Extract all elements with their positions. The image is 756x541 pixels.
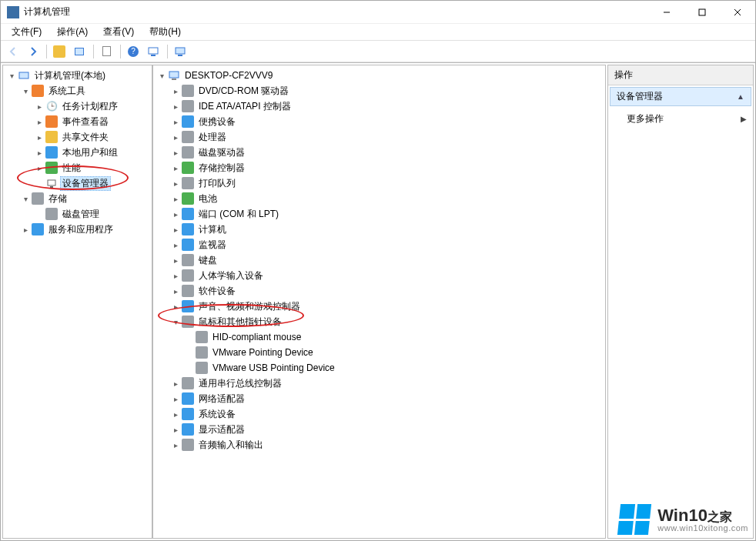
chevron-down-icon[interactable]: ▾ xyxy=(170,318,181,326)
chevron-right-icon[interactable]: ▸ xyxy=(170,426,181,434)
actions-section[interactable]: 设备管理器 ▲ xyxy=(610,87,751,106)
back-button[interactable] xyxy=(4,43,22,60)
svg-rect-1 xyxy=(699,9,705,15)
tree-services-apps[interactable]: ▸服务和应用程序 xyxy=(20,222,152,237)
tree-system-tools[interactable]: ▾ 系统工具 xyxy=(20,83,152,99)
battery-icon xyxy=(182,192,194,205)
tree-event-viewer[interactable]: ▸事件查看器 xyxy=(34,114,152,129)
chevron-right-icon[interactable]: ▸ xyxy=(170,164,181,172)
dev-computers[interactable]: ▸计算机 xyxy=(170,222,605,237)
menu-view[interactable]: 查看(V) xyxy=(97,24,140,40)
chevron-right-icon[interactable]: ▸ xyxy=(170,179,181,188)
chevron-down-icon[interactable]: ▾ xyxy=(20,195,31,203)
chevron-down-icon[interactable]: ▾ xyxy=(6,72,17,80)
chevron-down-icon[interactable]: ▾ xyxy=(156,72,167,80)
chevron-right-icon[interactable]: ▸ xyxy=(170,118,181,126)
chevron-right-icon[interactable]: ▸ xyxy=(34,133,45,142)
chevron-right-icon[interactable]: ▸ xyxy=(170,287,181,296)
chevron-right-icon[interactable]: ▸ xyxy=(170,195,181,203)
dev-keyboards[interactable]: ▸键盘 xyxy=(170,252,605,268)
dev-usb-ctrl[interactable]: ▸通用串行总线控制器 xyxy=(170,376,605,391)
dev-network[interactable]: ▸网络适配器 xyxy=(170,391,605,406)
chevron-right-icon[interactable]: ▸ xyxy=(170,210,181,219)
chevron-right-icon[interactable]: ▸ xyxy=(170,133,181,142)
windows-logo-icon xyxy=(617,504,651,535)
dev-dvd[interactable]: ▸DVD/CD-ROM 驱动器 xyxy=(170,83,605,99)
chevron-right-icon[interactable]: ▸ xyxy=(170,441,181,449)
system-dev-icon xyxy=(182,408,194,420)
dev-disk-drives[interactable]: ▸磁盘驱动器 xyxy=(170,145,605,160)
maximize-button[interactable] xyxy=(684,1,720,24)
minimize-button[interactable] xyxy=(649,1,684,24)
chevron-right-icon[interactable]: ▸ xyxy=(34,164,45,172)
toolbar-help-button[interactable]: ? xyxy=(125,43,143,60)
tree-storage[interactable]: ▾ 存储 xyxy=(20,191,152,206)
tree-performance[interactable]: ▸性能 xyxy=(34,160,152,175)
close-button[interactable] xyxy=(720,1,755,24)
toolbar-refresh-button[interactable] xyxy=(145,43,163,60)
chevron-right-icon[interactable]: ▸ xyxy=(170,225,181,234)
dev-ide[interactable]: ▸IDE ATA/ATAPI 控制器 xyxy=(170,99,605,114)
chevron-right-icon[interactable]: ▸ xyxy=(170,87,181,95)
more-actions[interactable]: 更多操作 ▶ xyxy=(608,108,753,130)
center-pane[interactable]: ▾DESKTOP-CF2VVV9 ▸DVD/CD-ROM 驱动器 ▸IDE AT… xyxy=(152,65,606,539)
dev-storage-ctrl[interactable]: ▸存储控制器 xyxy=(170,160,605,175)
dev-monitors[interactable]: ▸监视器 xyxy=(170,237,605,252)
chevron-right-icon[interactable]: ▸ xyxy=(170,410,181,419)
chevron-right-icon[interactable]: ▸ xyxy=(170,379,181,388)
tree-device-manager[interactable]: 设备管理器 xyxy=(34,175,152,191)
dev-ports[interactable]: ▸端口 (COM 和 LPT) xyxy=(170,206,605,222)
tree-shared-folders[interactable]: ▸共享文件夹 xyxy=(34,129,152,145)
properties-icon xyxy=(102,46,111,56)
dev-display[interactable]: ▸显示适配器 xyxy=(170,422,605,437)
dev-print-queues[interactable]: ▸打印队列 xyxy=(170,175,605,191)
toolbar-folder-button[interactable] xyxy=(51,43,69,60)
watermark-url: www.win10xitong.com xyxy=(657,524,748,533)
dev-software[interactable]: ▸软件设备 xyxy=(170,283,605,299)
dev-hid[interactable]: ▸人体学输入设备 xyxy=(170,268,605,283)
tree-disk-mgmt[interactable]: 磁盘管理 xyxy=(34,206,152,222)
chevron-right-icon[interactable]: ▸ xyxy=(170,395,181,403)
printer-icon xyxy=(182,177,194,189)
toolbar-properties-button[interactable] xyxy=(98,43,116,60)
dev-sound[interactable]: ▸声音、视频和游戏控制器 xyxy=(170,299,605,314)
menu-help[interactable]: 帮助(H) xyxy=(143,24,187,40)
dev-portable[interactable]: ▸便携设备 xyxy=(170,114,605,129)
toolbar-view-button[interactable] xyxy=(71,43,89,60)
chevron-right-icon[interactable]: ▸ xyxy=(34,118,45,126)
menu-file[interactable]: 文件(F) xyxy=(5,24,48,40)
chevron-right-icon[interactable]: ▸ xyxy=(170,149,181,157)
dev-root[interactable]: ▾DESKTOP-CF2VVV9 xyxy=(156,68,605,83)
tree-local-users[interactable]: ▸本地用户和组 xyxy=(34,145,152,160)
chevron-down-icon[interactable]: ▾ xyxy=(20,87,31,95)
titlebar: 计算机管理 xyxy=(1,1,755,24)
watermark-brand: Win10 xyxy=(657,506,707,525)
left-pane[interactable]: ▾ 计算机管理(本地) ▾ 系统工具 ▸🕒任务计划程序 xyxy=(2,65,152,539)
forward-button[interactable] xyxy=(24,43,42,60)
chevron-right-icon[interactable]: ▸ xyxy=(34,102,45,111)
shared-folder-icon xyxy=(45,131,58,143)
chevron-right-icon[interactable]: ▸ xyxy=(170,256,181,265)
chevron-right-icon[interactable]: ▸ xyxy=(170,102,181,111)
dev-vmware-ptr[interactable]: VMware Pointing Device xyxy=(184,345,605,360)
chevron-right-icon[interactable]: ▸ xyxy=(170,241,181,249)
dev-processors[interactable]: ▸处理器 xyxy=(170,129,605,145)
menu-action[interactable]: 操作(A) xyxy=(51,24,94,40)
chevron-right-icon[interactable]: ▸ xyxy=(20,225,31,234)
chevron-right-icon[interactable]: ▸ xyxy=(34,149,45,157)
chevron-right-icon[interactable]: ▸ xyxy=(170,272,181,280)
tree-task-scheduler[interactable]: ▸🕒任务计划程序 xyxy=(34,99,152,114)
dev-mice[interactable]: ▾鼠标和其他指针设备 xyxy=(170,314,605,329)
dev-system[interactable]: ▸系统设备 xyxy=(170,406,605,422)
tree-root[interactable]: ▾ 计算机管理(本地) xyxy=(6,68,152,83)
chevron-right-icon[interactable]: ▸ xyxy=(170,302,181,311)
dev-audio-io[interactable]: ▸音频输入和输出 xyxy=(170,437,605,453)
more-actions-label: 更多操作 xyxy=(627,112,664,125)
dev-hid-mouse[interactable]: HID-compliant mouse xyxy=(184,329,605,345)
toolbar-scan-button[interactable] xyxy=(172,43,190,60)
svg-rect-7 xyxy=(178,55,182,56)
actions-section-label: 设备管理器 xyxy=(617,90,663,103)
computer-cat-icon xyxy=(182,223,194,235)
dev-batteries[interactable]: ▸电池 xyxy=(170,191,605,206)
dev-vmware-usb[interactable]: VMware USB Pointing Device xyxy=(184,360,605,376)
